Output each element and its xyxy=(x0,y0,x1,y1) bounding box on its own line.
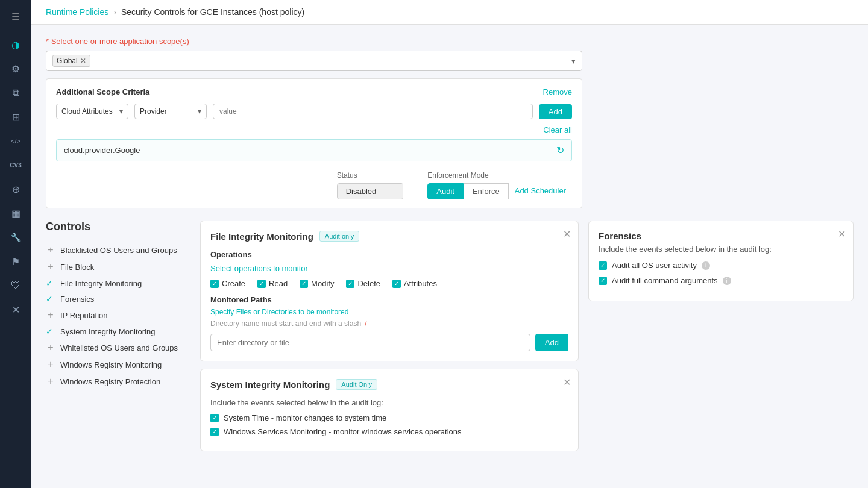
system-integrity-card: ✕ System Integrity Monitoring Audit Only… xyxy=(200,369,579,451)
scope-select-container[interactable]: Global ✕ ▾ xyxy=(46,51,582,71)
windows-services-label: Windows Services Monitoring - monitor wi… xyxy=(224,427,461,436)
control-forensics[interactable]: ✓ Forensics xyxy=(46,291,190,307)
audit-os-checkbox[interactable] xyxy=(599,261,607,270)
windows-services-checkbox[interactable] xyxy=(210,428,219,436)
plus-icon: + xyxy=(46,245,55,255)
forensics-cb-audit-cmd: Audit full command arguments i xyxy=(599,276,843,285)
sidebar: ☰ ◑ ⚙ ⧉ ⊞ </> CV3 ⊕ ▦ 🔧 ⚑ 🛡 ✕ xyxy=(0,0,31,488)
plus-icon: + xyxy=(46,342,55,353)
cloud-attributes-dropdown[interactable]: Cloud Attributes ▾ xyxy=(56,104,128,119)
code-icon[interactable]: </> xyxy=(5,130,27,152)
paths-input[interactable] xyxy=(210,334,530,351)
control-label: Whitelisted OS Users and Groups xyxy=(60,343,178,352)
controls-title: Controls xyxy=(46,221,190,233)
cb-attributes[interactable]: Attributes xyxy=(392,279,437,288)
header: Runtime Policies › Security Controls for… xyxy=(31,0,868,25)
cb-modify[interactable]: Modify xyxy=(300,279,334,288)
close-icon[interactable]: ✕ xyxy=(5,299,27,321)
control-system-integrity[interactable]: ✓ System Integrity Monitoring xyxy=(46,324,190,339)
system-integrity-close[interactable]: ✕ xyxy=(563,377,571,388)
cb-read[interactable]: Read xyxy=(257,279,288,288)
cb-delete[interactable]: Delete xyxy=(346,279,380,288)
file-integrity-title: File Integrity Monitoring xyxy=(210,231,313,242)
clear-all-link[interactable]: Clear all xyxy=(56,125,572,134)
cards-area: ✕ File Integrity Monitoring Audit only O… xyxy=(200,221,579,451)
control-label: Windows Registry Monitoring xyxy=(60,360,162,369)
audit-os-label: Audit all OS user activity xyxy=(612,261,697,270)
status-label: Status xyxy=(337,171,404,180)
audit-button[interactable]: Audit xyxy=(427,183,464,199)
cv3-icon[interactable]: CV3 xyxy=(5,154,27,176)
layers-icon[interactable]: ⧉ xyxy=(5,82,27,104)
breadcrumb-link[interactable]: Runtime Policies xyxy=(46,7,108,17)
control-file-block[interactable]: + File Block xyxy=(46,258,190,275)
enforcement-group: Enforcement Mode Audit Enforce Add Sched… xyxy=(427,171,572,199)
control-windows-registry-monitoring[interactable]: + Windows Registry Monitoring xyxy=(46,356,190,373)
calendar-icon[interactable]: ▦ xyxy=(5,202,27,224)
read-checkbox[interactable] xyxy=(257,280,266,288)
scope-dropdown-arrow[interactable]: ▾ xyxy=(571,57,576,66)
check-icon: ✓ xyxy=(46,278,55,288)
system-integrity-desc: Include the events selected below in the… xyxy=(210,398,568,407)
tools-icon[interactable]: 🔧 xyxy=(5,227,27,248)
additional-scope-panel: Additional Scope Criteria Remove Cloud A… xyxy=(46,78,582,208)
additional-scope-header: Additional Scope Criteria Remove xyxy=(56,87,572,96)
enforcement-toggle-group: Audit Enforce Add Scheduler xyxy=(427,183,572,199)
control-label: System Integrity Monitoring xyxy=(60,327,156,336)
enforcement-label: Enforcement Mode xyxy=(427,171,572,180)
scope-tag-remove[interactable]: ✕ xyxy=(80,57,86,65)
forensics-close[interactable]: ✕ xyxy=(838,228,846,240)
value-input[interactable] xyxy=(213,104,533,119)
modify-checkbox[interactable] xyxy=(300,280,308,288)
globe-icon[interactable]: ⊕ xyxy=(5,178,27,200)
system-time-checkbox[interactable] xyxy=(210,414,219,422)
control-windows-registry-protection[interactable]: + Windows Registry Protection xyxy=(46,373,190,390)
forensics-desc: Include the events selected below in the… xyxy=(599,245,843,254)
control-label: Windows Registry Protection xyxy=(60,377,160,386)
enforce-button[interactable]: Enforce xyxy=(464,183,509,199)
file-integrity-header: File Integrity Monitoring Audit only xyxy=(210,231,568,242)
hamburger-icon[interactable]: ☰ xyxy=(5,6,27,28)
create-checkbox[interactable] xyxy=(210,280,219,288)
status-toggle-group: Disabled xyxy=(337,183,404,199)
scope-label: * Select one or more application scope(s… xyxy=(46,37,854,46)
provider-dropdown[interactable]: Provider ▾ xyxy=(134,104,207,119)
monitor-icon[interactable]: ⊞ xyxy=(5,106,27,128)
ops-section-label: Operations xyxy=(210,250,568,259)
system-integrity-header: System Integrity Monitoring Audit Only xyxy=(210,379,568,390)
ops-link[interactable]: Select operations to monitor xyxy=(210,264,568,273)
audit-os-info-icon[interactable]: i xyxy=(702,261,710,270)
status-toggle-button[interactable] xyxy=(385,183,403,199)
control-blacklisted[interactable]: + Blacklisted OS Users and Groups xyxy=(46,242,190,258)
add-path-button[interactable]: Add xyxy=(535,334,568,351)
attributes-checkbox[interactable] xyxy=(392,280,401,288)
page-content: * Select one or more application scope(s… xyxy=(31,25,868,488)
cb-create[interactable]: Create xyxy=(210,279,245,288)
system-time-label: System Time - monitor changes to system … xyxy=(224,413,386,422)
control-label: File Integrity Monitoring xyxy=(60,279,142,288)
refresh-icon[interactable]: ↻ xyxy=(556,145,564,156)
control-whitelisted[interactable]: + Whitelisted OS Users and Groups xyxy=(46,339,190,356)
forensics-title: Forensics xyxy=(599,231,843,241)
file-integrity-close[interactable]: ✕ xyxy=(563,228,571,240)
disabled-button[interactable]: Disabled xyxy=(337,183,386,199)
plus-icon: + xyxy=(46,359,55,370)
remove-link[interactable]: Remove xyxy=(543,87,572,96)
paths-desc1: Specify Files or Directories to be monit… xyxy=(210,308,568,316)
dashboard-icon[interactable]: ◑ xyxy=(5,34,27,55)
audit-cmd-info-icon[interactable]: i xyxy=(723,277,731,285)
system-integrity-badge: Audit Only xyxy=(336,379,377,390)
delete-checkbox[interactable] xyxy=(346,280,354,288)
file-integrity-badge: Audit only xyxy=(319,231,359,242)
control-file-integrity[interactable]: ✓ File Integrity Monitoring xyxy=(46,275,190,291)
control-ip-reputation[interactable]: + IP Reputation xyxy=(46,307,190,324)
paths-input-row: Add xyxy=(210,334,568,351)
trophy-icon[interactable]: ⚑ xyxy=(5,251,27,272)
shield-icon[interactable]: 🛡 xyxy=(5,275,27,296)
scope-tag-global: Global ✕ xyxy=(52,55,90,67)
add-scope-button[interactable]: Add xyxy=(539,104,572,119)
settings-icon[interactable]: ⚙ xyxy=(5,58,27,80)
add-scheduler-link[interactable]: Add Scheduler xyxy=(509,183,572,199)
audit-cmd-checkbox[interactable] xyxy=(599,277,607,285)
breadcrumb-current: Security Controls for GCE Instances (hos… xyxy=(121,7,304,17)
